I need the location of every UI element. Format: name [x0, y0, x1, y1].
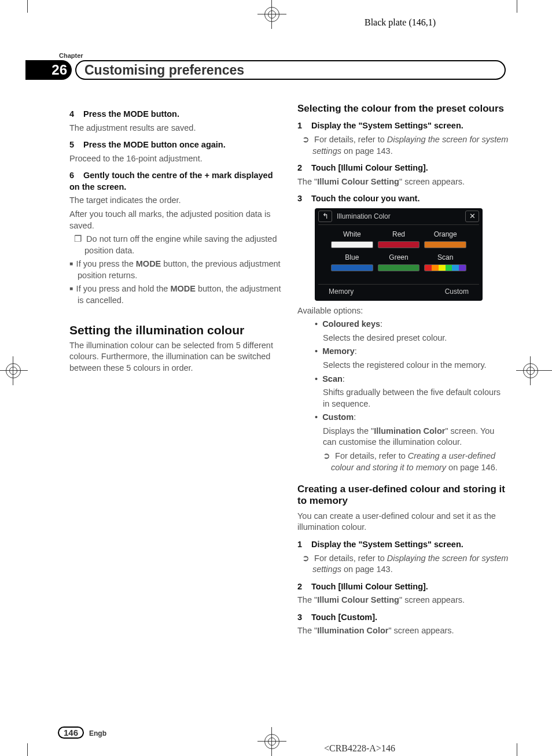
right-column: Selecting the colour from the preset col… — [297, 103, 509, 639]
square-bullet-icon: ■ — [69, 285, 76, 292]
option-desc: Selects the desired preset colour. — [315, 333, 509, 344]
subsection-heading: Creating a user-defined colour and stori… — [297, 484, 509, 507]
body-text: The "Illumi Colour Setting" screen appea… — [297, 176, 509, 188]
chapter-label: Chapter — [59, 52, 83, 59]
body-text: The "Illumi Colour Setting" screen appea… — [297, 595, 509, 606]
scan-swatch — [424, 264, 466, 271]
registration-mark — [5, 362, 22, 379]
reference-text: ➲ For details, refer to Displaying the s… — [297, 134, 509, 157]
crop-mark — [27, 0, 28, 13]
options-list: • Coloured keys: Selects the desired pre… — [315, 319, 509, 473]
chapter-number-badge: 26 — [25, 60, 72, 80]
subsection-heading: Selecting the colour from the preset col… — [297, 103, 509, 115]
option-name: Scan — [322, 374, 343, 383]
back-icon[interactable]: ↰ — [318, 211, 332, 222]
color-option-scan[interactable]: Scan — [424, 253, 466, 271]
color-label: Blue — [331, 253, 373, 262]
body-text: The target indicates the order. — [69, 195, 281, 206]
color-label: Scan — [424, 253, 466, 262]
step-heading: 3Touch the colour you want. — [297, 193, 509, 205]
color-swatch — [331, 241, 373, 248]
body-text: You can create a user-defined colour and… — [297, 511, 509, 533]
reference-arrow-icon: ➲ — [323, 451, 335, 460]
option-desc: Shifts gradually between the five defaul… — [315, 387, 509, 410]
reference-arrow-icon: ➲ — [302, 554, 314, 563]
color-swatch — [424, 241, 466, 248]
option-desc: Displays the "Illumination Color" screen… — [315, 426, 509, 448]
note-icon: ❐ — [74, 234, 86, 244]
footer-code: <CRB4228-A>146 — [324, 743, 395, 754]
body-text: Available options: — [297, 305, 509, 317]
reference-text: ➲ For details, refer to Creating a user-… — [315, 451, 509, 473]
reference-text: ➲ For details, refer to Displaying the s… — [297, 553, 509, 576]
option-desc: Selects the registered colour in the mem… — [315, 360, 509, 371]
language-code: Engb — [89, 729, 106, 737]
custom-button[interactable]: Custom — [440, 286, 473, 297]
note-text: ❐ Do not turn off the engine while savin… — [69, 234, 281, 256]
color-swatch — [378, 241, 420, 248]
registration-mark — [263, 6, 281, 23]
color-swatch — [378, 264, 420, 271]
chapter-title: Customising preferences — [75, 60, 506, 80]
step-heading: 4Press the MODE button. — [69, 109, 281, 120]
option-name: Memory — [322, 346, 355, 356]
body-text: Proceed to the 16-point adjustment. — [69, 153, 281, 165]
crop-mark — [517, 743, 517, 756]
color-option-white[interactable]: White — [331, 230, 373, 248]
plate-label: Black plate (146,1) — [365, 17, 436, 28]
color-option-green[interactable]: Green — [378, 253, 420, 271]
step-heading: 2Touch [Illumi Colour Setting]. — [297, 163, 509, 174]
body-text: The illumination colour can be selected … — [69, 340, 281, 374]
color-swatch — [331, 264, 373, 271]
body-text: The "Illumination Color" screen appears. — [297, 625, 509, 637]
registration-mark — [522, 362, 539, 379]
screenshot-title: Illumination Color — [337, 212, 461, 221]
section-heading: Setting the illumination colour — [69, 323, 281, 337]
body-text: After you touch all marks, the adjusted … — [69, 209, 281, 231]
reference-arrow-icon: ➲ — [302, 135, 314, 144]
crop-mark — [517, 0, 517, 13]
registration-mark — [263, 733, 281, 750]
close-icon[interactable]: ✕ — [465, 211, 479, 222]
page-number-badge: 146 — [58, 727, 84, 739]
memory-button[interactable]: Memory — [324, 286, 358, 297]
device-screenshot: ↰ Illumination Color ✕ WhiteRedOrangeBlu… — [315, 208, 483, 301]
step-heading: 1Display the "System Settings" screen. — [297, 120, 509, 132]
color-label: White — [331, 230, 373, 239]
bullet-text: ■ If you press the MODE button, the prev… — [69, 259, 281, 281]
step-heading: 1Display the "System Settings" screen. — [297, 539, 509, 551]
step-heading: 2Touch [Illumi Colour Setting]. — [297, 581, 509, 593]
step-heading: 6Gently touch the centre of the + mark d… — [69, 170, 281, 193]
body-text: The adjustment results are saved. — [69, 123, 281, 134]
color-option-red[interactable]: Red — [378, 230, 420, 248]
color-option-orange[interactable]: Orange — [424, 230, 466, 248]
crop-mark — [27, 743, 28, 756]
square-bullet-icon: ■ — [69, 260, 76, 267]
option-name: Coloured keys — [322, 319, 380, 329]
left-column: 4Press the MODE button. The adjustment r… — [69, 103, 281, 639]
color-label: Orange — [424, 230, 466, 239]
bullet-text: ■ If you press and hold the MODE button,… — [69, 283, 281, 306]
option-name: Custom — [322, 412, 354, 422]
step-heading: 5Press the MODE button once again. — [69, 139, 281, 151]
color-option-blue[interactable]: Blue — [331, 253, 373, 271]
color-label: Green — [378, 253, 420, 262]
color-label: Red — [378, 230, 420, 239]
step-heading: 3Touch [Custom]. — [297, 612, 509, 624]
